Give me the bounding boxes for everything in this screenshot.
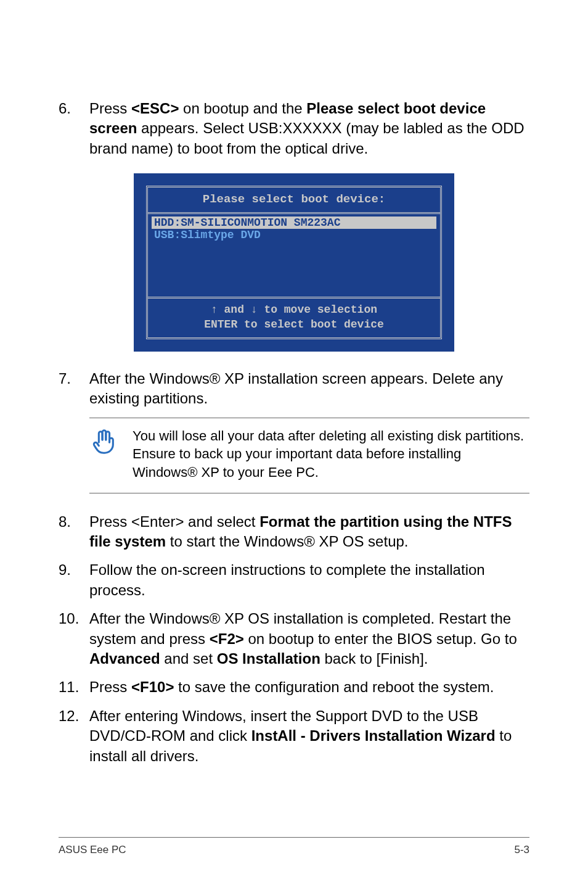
key-esc: <ESC> xyxy=(131,100,179,117)
step-number: 12. xyxy=(59,706,89,766)
text: back to [Finish]. xyxy=(321,650,428,667)
bios-hint-enter: ENTER to select boot device xyxy=(148,317,440,332)
text: Press <Enter> and select xyxy=(89,513,259,530)
page-footer: ASUS Eee PC 5-3 xyxy=(59,837,529,856)
key-f2: <F2> xyxy=(210,630,244,647)
step-6: 6. Press <ESC> on bootup and the Please … xyxy=(59,99,529,159)
step-number: 7. xyxy=(59,369,89,409)
step-body: After the Windows® XP installation scree… xyxy=(89,369,529,409)
step-7: 7. After the Windows® XP installation sc… xyxy=(59,369,529,409)
footer-title: ASUS Eee PC xyxy=(59,844,126,856)
bios-title: Please select boot device: xyxy=(148,188,440,214)
step-9: 9. Follow the on-screen instructions to … xyxy=(59,560,529,600)
step-body: Press <F10> to save the configuration an… xyxy=(89,677,529,697)
text: and set xyxy=(160,650,217,667)
step-body: Press <ESC> on bootup and the Please sel… xyxy=(89,99,529,159)
step-8: 8. Press <Enter> and select Format the p… xyxy=(59,512,529,552)
wizard-name: InstAll - Drivers Installation Wizard xyxy=(251,727,496,744)
step-body: Follow the on-screen instructions to com… xyxy=(89,560,529,600)
step-number: 8. xyxy=(59,512,89,552)
bios-row-selected: HDD:SM-SILICONMOTION SM223AC xyxy=(152,217,436,229)
note-text: You will lose all your data after deleti… xyxy=(133,427,529,482)
footer-page-number: 5-3 xyxy=(514,844,529,856)
text: to save the configuration and reboot the… xyxy=(174,679,494,695)
bios-footer: ↑ and ↓ to move selection ENTER to selec… xyxy=(148,297,440,337)
note-block: You will lose all your data after deleti… xyxy=(89,418,529,493)
text: on bootup to enter the BIOS setup. Go to xyxy=(244,630,517,647)
option-os-installation: OS Installation xyxy=(217,650,321,667)
step-11: 11. Press <F10> to save the configuratio… xyxy=(59,677,529,697)
bios-inner: Please select boot device: HDD:SM-SILICO… xyxy=(146,186,442,339)
step-number: 10. xyxy=(59,609,89,669)
text: on bootup and the xyxy=(179,100,306,117)
bios-device-list: HDD:SM-SILICONMOTION SM223AC USB:Slimtyp… xyxy=(148,214,440,297)
bios-row: USB:Slimtype DVD xyxy=(152,229,436,241)
text: Press xyxy=(89,100,131,117)
step-body: Press <Enter> and select Format the part… xyxy=(89,512,529,552)
hand-icon xyxy=(89,427,120,458)
step-number: 11. xyxy=(59,677,89,697)
menu-advanced: Advanced xyxy=(89,650,160,667)
step-body: After the Windows® XP OS installation is… xyxy=(89,609,529,669)
bios-hint-move: ↑ and ↓ to move selection xyxy=(148,302,440,317)
step-number: 9. xyxy=(59,560,89,600)
step-10: 10. After the Windows® XP OS installatio… xyxy=(59,609,529,669)
step-body: After entering Windows, insert the Suppo… xyxy=(89,706,529,766)
text: Press xyxy=(89,679,131,695)
text: to start the Windows® XP OS setup. xyxy=(166,533,408,550)
step-12: 12. After entering Windows, insert the S… xyxy=(59,706,529,766)
page: 6. Press <ESC> on bootup and the Please … xyxy=(0,0,588,887)
key-f10: <F10> xyxy=(131,679,174,695)
step-number: 6. xyxy=(59,99,89,159)
text: appears. Select USB:XXXXXX (may be lable… xyxy=(89,120,525,156)
bios-screenshot: Please select boot device: HDD:SM-SILICO… xyxy=(134,173,454,352)
